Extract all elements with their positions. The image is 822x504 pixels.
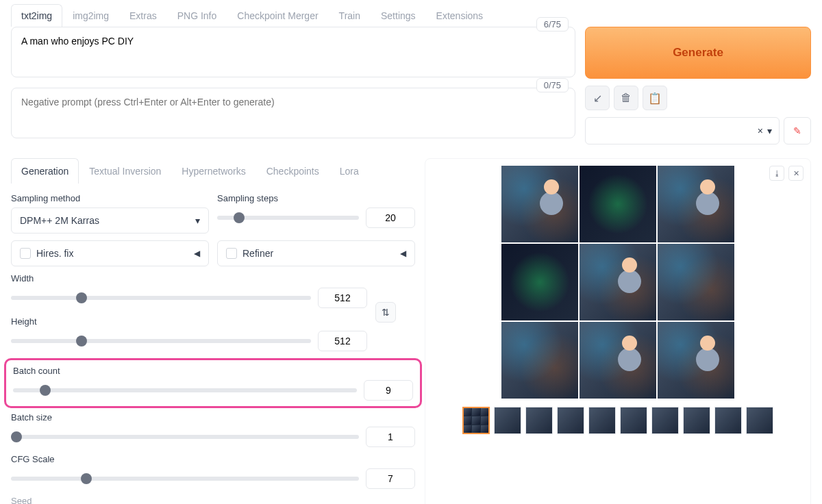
- close-preview-button[interactable]: ✕: [788, 166, 804, 181]
- sub-tab-lora[interactable]: Lora: [329, 158, 369, 184]
- batch-count-highlight: Batch count: [4, 358, 422, 408]
- batch-size-label: Batch size: [11, 412, 415, 423]
- negative-prompt-input[interactable]: [11, 88, 575, 138]
- styles-select[interactable]: × ▾: [585, 117, 780, 144]
- batch-count-label: Batch count: [13, 366, 413, 376]
- thumbnail-5[interactable]: [620, 407, 647, 434]
- height-label: Height: [11, 316, 367, 327]
- tab-checkpoint-merger[interactable]: Checkpoint Merger: [227, 4, 328, 27]
- paste-button[interactable]: 📋: [643, 86, 667, 110]
- generate-button[interactable]: Generate: [585, 27, 811, 79]
- thumbnail-6[interactable]: [651, 407, 679, 434]
- tab-txt2img[interactable]: txt2img: [11, 4, 62, 27]
- pencil-icon: ✎: [793, 125, 801, 136]
- tab-extras[interactable]: Extras: [119, 4, 167, 27]
- triangle-left-icon: ◀: [194, 249, 200, 258]
- batch-size-slider[interactable]: [11, 435, 359, 439]
- swap-icon: ⇅: [382, 307, 390, 318]
- prompt-token-count: 6/75: [536, 17, 569, 32]
- arrow-icon: ↙: [593, 92, 602, 105]
- generation-sub-tabs: Generation Textual Inversion Hypernetwor…: [11, 158, 415, 184]
- sub-tab-generation[interactable]: Generation: [11, 158, 79, 184]
- sub-tab-textual-inversion[interactable]: Textual Inversion: [79, 158, 171, 184]
- thumbnail-8[interactable]: [714, 407, 742, 434]
- height-input[interactable]: [318, 331, 367, 351]
- sampling-method-select[interactable]: DPM++ 2M Karras ▾: [11, 207, 209, 234]
- width-slider[interactable]: [11, 296, 311, 300]
- cfg-scale-label: CFG Scale: [11, 454, 415, 464]
- arrow-icon-button[interactable]: ↙: [585, 86, 610, 110]
- thumbnail-9[interactable]: [746, 407, 773, 434]
- sampling-method-value: DPM++ 2M Karras: [20, 215, 99, 226]
- sub-tab-hypernetworks[interactable]: Hypernetworks: [171, 158, 256, 184]
- sub-tab-checkpoints[interactable]: Checkpoints: [256, 158, 329, 184]
- tab-img2img[interactable]: img2img: [62, 4, 119, 27]
- cfg-scale-input[interactable]: [366, 468, 415, 489]
- tab-extensions[interactable]: Extensions: [426, 4, 493, 27]
- download-icon: ⭳: [773, 169, 781, 177]
- thumbnail-7[interactable]: [683, 407, 710, 434]
- chevron-down-icon: ▾: [767, 125, 772, 136]
- download-button[interactable]: ⭳: [769, 166, 784, 181]
- prompt-input[interactable]: A man who enjoys PC DIY: [11, 27, 575, 77]
- thumbnail-3[interactable]: [557, 407, 584, 434]
- output-thumbnails: [432, 407, 804, 434]
- width-input[interactable]: [318, 288, 367, 308]
- batch-count-slider[interactable]: [13, 388, 357, 392]
- neg-prompt-token-count: 0/75: [536, 78, 569, 92]
- hires-fix-toggle[interactable]: Hires. fix ◀: [11, 240, 209, 266]
- clear-styles-icon[interactable]: ×: [758, 125, 763, 136]
- refiner-label: Refiner: [242, 248, 400, 259]
- hires-fix-checkbox[interactable]: [20, 248, 31, 259]
- swap-dimensions-button[interactable]: ⇅: [375, 302, 396, 323]
- thumbnail-4[interactable]: [588, 407, 616, 434]
- trash-icon: 🗑: [621, 92, 632, 104]
- chevron-down-icon: ▾: [195, 215, 200, 226]
- main-tabs: txt2img img2img Extras PNG Info Checkpoi…: [0, 0, 822, 27]
- height-slider[interactable]: [11, 339, 311, 343]
- clear-button[interactable]: 🗑: [614, 86, 638, 110]
- sampling-steps-slider[interactable]: [217, 216, 359, 220]
- tab-settings[interactable]: Settings: [371, 4, 426, 27]
- sampling-steps-input[interactable]: [366, 207, 415, 228]
- thumbnail-1[interactable]: [494, 407, 521, 434]
- sampling-steps-label: Sampling steps: [217, 193, 415, 203]
- thumbnail-grid[interactable]: [462, 407, 490, 434]
- cfg-scale-slider[interactable]: [11, 477, 359, 481]
- output-grid-image[interactable]: [501, 166, 734, 399]
- refiner-checkbox[interactable]: [226, 248, 237, 259]
- sampling-method-label: Sampling method: [11, 193, 209, 203]
- triangle-left-icon: ◀: [400, 249, 406, 258]
- batch-count-input[interactable]: [364, 380, 413, 401]
- width-label: Width: [11, 273, 367, 284]
- refiner-toggle[interactable]: Refiner ◀: [217, 240, 415, 266]
- close-icon: ✕: [793, 169, 799, 178]
- batch-size-input[interactable]: [366, 427, 415, 447]
- tab-pnginfo[interactable]: PNG Info: [167, 4, 227, 27]
- output-preview-panel: ⭳ ✕: [425, 158, 811, 504]
- thumbnail-2[interactable]: [525, 407, 553, 434]
- seed-label: Seed: [11, 496, 415, 504]
- edit-styles-button[interactable]: ✎: [784, 117, 811, 144]
- tab-train[interactable]: Train: [329, 4, 371, 27]
- clipboard-icon: 📋: [648, 92, 662, 105]
- hires-fix-label: Hires. fix: [36, 248, 194, 259]
